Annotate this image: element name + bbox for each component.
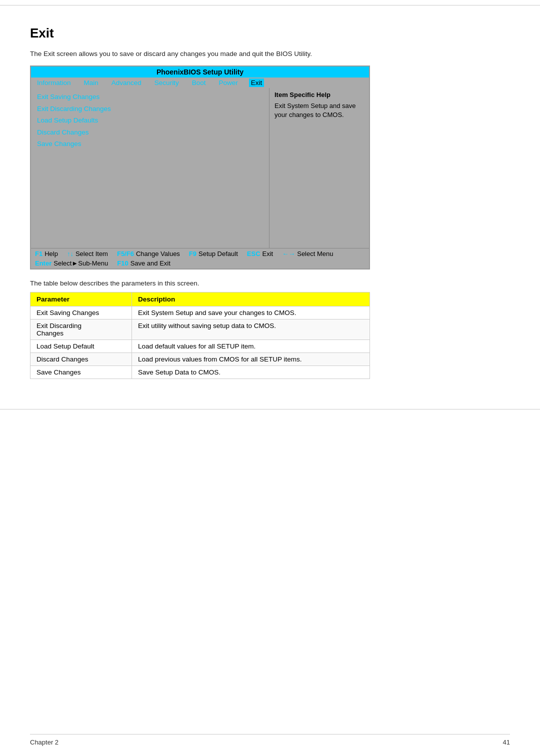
bios-content: Exit Saving Changes Exit Discarding Chan…	[31, 88, 369, 248]
table-row: Save Changes Save Setup Data to CMOS.	[30, 366, 370, 379]
bios-help-title: Item Specific Help	[274, 91, 364, 98]
bios-footer: F1 Help ↑↓ Select Item F5/F6 Change Valu…	[31, 248, 369, 268]
option-save-changes[interactable]: Save Changes	[36, 138, 264, 150]
key-f10-label: Save and Exit	[130, 260, 170, 267]
col-header-description: Description	[132, 292, 370, 306]
key-f5f6: F5/F6	[117, 250, 134, 258]
key-f1: F1	[35, 250, 42, 258]
bios-menu-bar: Information Main Advanced Security Boot …	[31, 78, 369, 88]
menu-item-exit[interactable]: Exit	[249, 78, 264, 87]
table-row: Discard Changes Load previous values fro…	[30, 353, 370, 366]
desc-save-changes: Save Setup Data to CMOS.	[132, 366, 370, 379]
footer-lr-arrows: ←→ Select Menu	[282, 250, 333, 258]
intro-text: The Exit screen allows you to save or di…	[30, 50, 510, 58]
footer-f9: F9 Setup Default	[189, 250, 238, 258]
bios-box: PhoenixBIOS Setup Utility Information Ma…	[30, 66, 370, 270]
bios-left-panel: Exit Saving Changes Exit Discarding Chan…	[31, 88, 269, 248]
desc-exit-discarding: Exit utility without saving setup data t…	[132, 320, 370, 340]
desc-discard-changes: Load previous values from CMOS for all S…	[132, 353, 370, 366]
bios-right-panel: Item Specific Help Exit System Setup and…	[269, 88, 369, 248]
menu-item-main[interactable]: Main	[82, 78, 100, 87]
key-esc-label: Exit	[262, 250, 274, 258]
menu-item-power[interactable]: Power	[216, 78, 240, 87]
params-table: Parameter Description Exit Saving Change…	[30, 292, 370, 379]
table-row: Load Setup Default Load default values f…	[30, 340, 370, 353]
footer-arrows: ↑↓ Select Item	[67, 250, 108, 258]
key-arrows-label: Select Item	[76, 250, 108, 258]
footer-page: 41	[503, 738, 510, 746]
key-arrows: ↑↓	[67, 250, 74, 258]
option-exit-discarding-changes[interactable]: Exit Discarding Changes	[36, 103, 264, 115]
footer-chapter: Chapter 2	[30, 738, 58, 746]
key-f9: F9	[189, 250, 196, 258]
param-save-changes: Save Changes	[30, 366, 132, 379]
menu-item-information[interactable]: Information	[35, 78, 73, 87]
desc-load-default: Load default values for all SETUP item.	[132, 340, 370, 353]
table-intro: The table below describes the parameters…	[30, 280, 510, 287]
menu-item-boot[interactable]: Boot	[190, 78, 208, 87]
col-header-parameter: Parameter	[30, 292, 132, 306]
menu-item-security[interactable]: Security	[152, 78, 181, 87]
footer-f1: F1 Help	[35, 250, 58, 258]
option-discard-changes[interactable]: Discard Changes	[36, 126, 264, 138]
footer-esc: ESC Exit	[247, 250, 273, 258]
footer-f5f6: F5/F6 Change Values	[117, 250, 180, 258]
table-row: Exit Saving Changes Exit System Setup an…	[30, 306, 370, 320]
footer-f10: F10 Save and Exit	[117, 260, 170, 267]
footer-enter: Enter Select►Sub-Menu	[35, 260, 108, 267]
key-esc: ESC	[247, 250, 260, 258]
page-footer: Chapter 2 41	[30, 734, 510, 746]
key-lr-label: Select Menu	[297, 250, 333, 258]
option-exit-saving-changes[interactable]: Exit Saving Changes	[36, 91, 264, 103]
page-wrapper: Exit The Exit screen allows you to save …	[0, 5, 540, 410]
key-f5f6-label: Change Values	[136, 250, 180, 258]
bios-help-text: Exit System Setup and save your changes …	[274, 102, 364, 120]
key-f10: F10	[117, 260, 128, 267]
bios-title-bar: PhoenixBIOS Setup Utility	[31, 66, 369, 78]
desc-exit-saving: Exit System Setup and save your changes …	[132, 306, 370, 320]
param-discard-changes: Discard Changes	[30, 353, 132, 366]
param-exit-discarding: Exit DiscardingChanges	[30, 320, 132, 340]
key-lr: ←→	[282, 250, 295, 258]
param-exit-saving: Exit Saving Changes	[30, 306, 132, 320]
table-row: Exit DiscardingChanges Exit utility with…	[30, 320, 370, 340]
menu-item-advanced[interactable]: Advanced	[110, 78, 144, 87]
param-load-default: Load Setup Default	[30, 340, 132, 353]
option-load-setup-defaults[interactable]: Load Setup Defaults	[36, 114, 264, 126]
page-title: Exit	[30, 26, 510, 41]
key-f9-label: Setup Default	[198, 250, 238, 258]
key-enter-label: Select►Sub-Menu	[54, 260, 108, 267]
key-enter: Enter	[35, 260, 52, 267]
key-f1-label: Help	[44, 250, 58, 258]
